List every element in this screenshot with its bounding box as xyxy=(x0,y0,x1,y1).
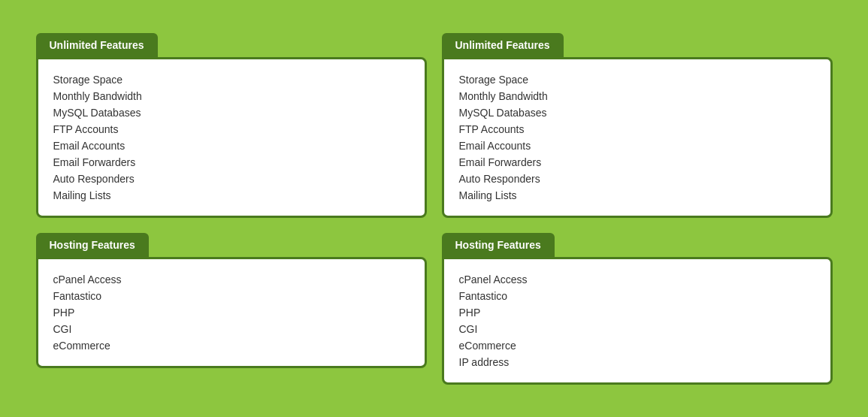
list-item: Auto Responders xyxy=(459,171,815,187)
list-item: FTP Accounts xyxy=(459,121,815,137)
hosting-features-right: Hosting Features cPanel Access Fantastic… xyxy=(442,233,833,385)
hosting-features-left: Hosting Features cPanel Access Fantastic… xyxy=(36,233,427,385)
list-item: PHP xyxy=(53,304,410,321)
list-item: CGI xyxy=(459,321,815,337)
list-item: eCommerce xyxy=(53,337,410,354)
hosting-list-right: cPanel Access Fantastico PHP CGI eCommer… xyxy=(459,271,815,370)
unlimited-features-left: Unlimited Features Storage Space Monthly… xyxy=(36,33,427,218)
unlimited-tab-right: Unlimited Features xyxy=(442,33,564,57)
list-item: MySQL Databases xyxy=(459,104,815,121)
unlimited-body-left: Storage Space Monthly Bandwidth MySQL Da… xyxy=(36,57,427,218)
unlimited-list-left: Storage Space Monthly Bandwidth MySQL Da… xyxy=(53,71,410,204)
list-item: Monthly Bandwidth xyxy=(459,88,815,104)
list-item: cPanel Access xyxy=(459,271,815,288)
hosting-list-left: cPanel Access Fantastico PHP CGI eCommer… xyxy=(53,271,410,354)
list-item: Email Accounts xyxy=(459,137,815,154)
list-item: MySQL Databases xyxy=(53,104,410,121)
list-item: Monthly Bandwidth xyxy=(53,88,410,104)
list-item: Email Forwarders xyxy=(53,154,410,171)
unlimited-tab-left: Unlimited Features xyxy=(36,33,158,57)
list-item: CGI xyxy=(53,321,410,337)
list-item: Mailing Lists xyxy=(459,187,815,204)
hosting-tab-right: Hosting Features xyxy=(442,233,555,257)
hosting-tab-left: Hosting Features xyxy=(36,233,149,257)
list-item: Fantastico xyxy=(53,288,410,304)
hosting-body-right: cPanel Access Fantastico PHP CGI eCommer… xyxy=(442,257,833,385)
list-item: cPanel Access xyxy=(53,271,410,288)
unlimited-body-right: Storage Space Monthly Bandwidth MySQL Da… xyxy=(442,57,833,218)
hosting-body-left: cPanel Access Fantastico PHP CGI eCommer… xyxy=(36,257,427,368)
unlimited-list-right: Storage Space Monthly Bandwidth MySQL Da… xyxy=(459,71,815,204)
list-item: Email Accounts xyxy=(53,137,410,154)
list-item: FTP Accounts xyxy=(53,121,410,137)
list-item: Fantastico xyxy=(459,288,815,304)
list-item: Storage Space xyxy=(53,71,410,88)
list-item: PHP xyxy=(459,304,815,321)
unlimited-features-right: Unlimited Features Storage Space Monthly… xyxy=(442,33,833,218)
list-item: IP address xyxy=(459,354,815,370)
list-item: eCommerce xyxy=(459,337,815,354)
list-item: Email Forwarders xyxy=(459,154,815,171)
page-wrapper: Unlimited Features Storage Space Monthly… xyxy=(21,18,848,400)
list-item: Storage Space xyxy=(459,71,815,88)
list-item: Auto Responders xyxy=(53,171,410,187)
list-item: Mailing Lists xyxy=(53,187,410,204)
